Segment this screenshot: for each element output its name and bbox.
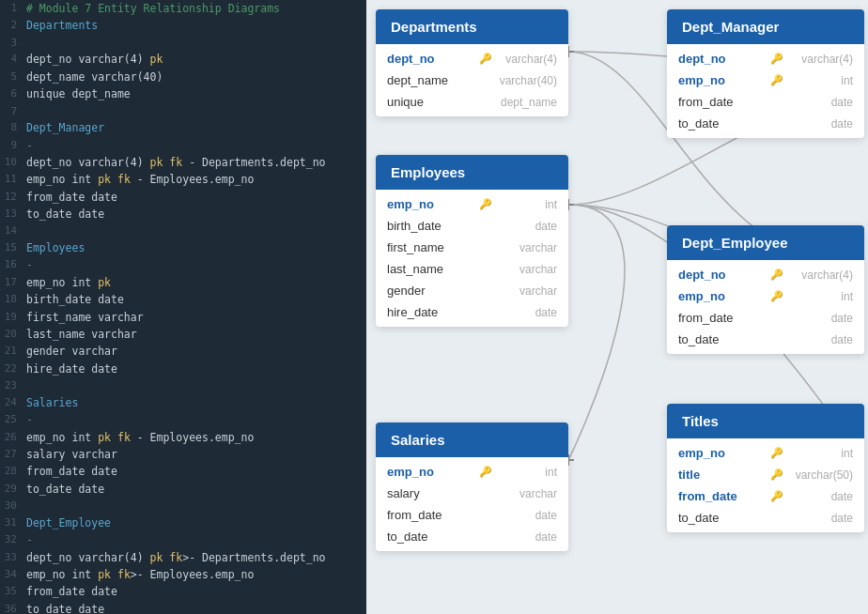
dept-employee-row-todate: to_date date — [667, 329, 864, 350]
line-number: 29 — [0, 481, 26, 498]
line-text: from_date date — [26, 583, 359, 600]
dept-manager-row-deptno: dept_no 🔑 varchar(4) — [667, 48, 864, 69]
line-number: 5 — [0, 69, 26, 85]
departments-header: Departments — [376, 9, 568, 44]
line-text: - — [26, 256, 359, 273]
erd-diagram: Departments dept_no 🔑 varchar(4) dept_na… — [366, 0, 868, 614]
key-icon: 🔑 — [770, 269, 783, 281]
code-line-16: 16- — [0, 256, 366, 273]
dept-employee-header: Dept_Employee — [667, 225, 864, 260]
line-text: Dept_Manager — [26, 119, 359, 136]
employees-header: Employees — [376, 155, 568, 190]
code-line-21: 21gender varchar — [0, 343, 366, 360]
employees-row-empno: emp_no 🔑 int — [376, 193, 568, 215]
line-number: 28 — [0, 463, 26, 480]
dept-manager-header: Dept_Manager — [667, 9, 864, 44]
line-number: 34 — [0, 566, 26, 583]
line-number: 36 — [0, 601, 26, 614]
departments-row-unique: unique dept_name — [376, 91, 568, 113]
key-icon: 🔑 — [770, 447, 783, 459]
code-editor: 1# Module 7 Entity Relationship Diagrams… — [0, 0, 366, 614]
key-icon: 🔑 — [770, 468, 783, 481]
line-number: 27 — [0, 446, 26, 463]
line-text: Salaries — [26, 394, 359, 411]
line-number: 14 — [0, 223, 26, 239]
titles-header: Titles — [667, 404, 864, 438]
employees-row-hiredate: hire_date date — [376, 301, 568, 323]
line-number: 7 — [0, 103, 26, 120]
dept-manager-row-empno: emp_no 🔑 int — [667, 69, 864, 91]
erd-table-departments: Departments dept_no 🔑 varchar(4) dept_na… — [376, 9, 568, 116]
code-line-7: 7 — [0, 103, 366, 120]
line-text: # Module 7 Entity Relationship Diagrams — [26, 0, 359, 17]
salaries-header: Salaries — [376, 422, 568, 457]
code-line-20: 20last_name varchar — [0, 326, 366, 343]
code-line-34: 34emp_no int pk fk>- Employees.emp_no — [0, 566, 366, 583]
salaries-row-salary: salary varchar — [376, 483, 568, 504]
dept-employee-row-deptno: dept_no 🔑 varchar(4) — [667, 264, 864, 285]
employees-row-gender: gender varchar — [376, 280, 568, 301]
code-line-4: 4dept_no varchar(4) pk — [0, 51, 366, 68]
code-line-36: 36to_date date — [0, 601, 366, 614]
code-line-33: 33dept_no varchar(4) pk fk>- Departments… — [0, 549, 366, 566]
line-number: 4 — [0, 51, 26, 68]
line-number: 12 — [0, 189, 26, 206]
employees-row-lastname: last_name varchar — [376, 258, 568, 280]
code-line-2: 2Departments — [0, 17, 366, 34]
line-number: 33 — [0, 549, 26, 566]
line-number: 21 — [0, 343, 26, 360]
key-icon: 🔑 — [770, 74, 783, 86]
code-line-18: 18birth_date date — [0, 291, 366, 308]
titles-row-fromdate: from_date 🔑 date — [667, 485, 864, 507]
line-number: 23 — [0, 377, 26, 394]
line-text: emp_no int pk fk - Employees.emp_no — [26, 429, 359, 446]
key-icon: 🔑 — [479, 466, 492, 478]
code-line-8: 8Dept_Manager — [0, 119, 366, 136]
departments-row-deptname: dept_name varchar(40) — [376, 69, 568, 91]
line-text: dept_no varchar(4) pk fk>- Departments.d… — [26, 549, 359, 566]
line-number: 20 — [0, 326, 26, 343]
line-number: 13 — [0, 206, 26, 223]
code-line-29: 29to_date date — [0, 481, 366, 498]
line-text: to_date date — [26, 601, 359, 614]
line-text: birth_date date — [26, 291, 359, 308]
salaries-row-todate: to_date date — [376, 526, 568, 547]
dept-employee-row-empno: emp_no 🔑 int — [667, 285, 864, 307]
code-line-6: 6unique dept_name — [0, 85, 366, 102]
line-number: 18 — [0, 291, 26, 308]
line-text: salary varchar — [26, 446, 359, 463]
titles-row-todate: to_date date — [667, 507, 864, 529]
code-line-13: 13to_date date — [0, 206, 366, 223]
line-text: emp_no int pk — [26, 274, 359, 291]
erd-table-titles: Titles emp_no 🔑 int title 🔑 varchar(50) … — [667, 404, 864, 532]
code-line-32: 32- — [0, 531, 366, 548]
code-line-22: 22hire_date date — [0, 361, 366, 377]
dept-manager-row-fromdate: from_date date — [667, 91, 864, 113]
key-icon: 🔑 — [479, 198, 492, 210]
line-number: 31 — [0, 514, 26, 531]
line-number: 15 — [0, 239, 26, 256]
line-text: dept_name varchar(40) — [26, 69, 359, 85]
code-line-17: 17emp_no int pk — [0, 274, 366, 291]
code-line-26: 26emp_no int pk fk - Employees.emp_no — [0, 429, 366, 446]
line-text: dept_no varchar(4) pk fk - Departments.d… — [26, 154, 359, 171]
dept-manager-row-todate: to_date date — [667, 113, 864, 134]
line-text: Dept_Employee — [26, 514, 359, 531]
key-icon: 🔑 — [770, 53, 783, 65]
line-number: 10 — [0, 154, 26, 171]
code-line-31: 31Dept_Employee — [0, 514, 366, 531]
code-line-27: 27salary varchar — [0, 446, 366, 463]
line-number: 19 — [0, 309, 26, 326]
employees-row-firstname: first_name varchar — [376, 237, 568, 258]
titles-row-empno: emp_no 🔑 int — [667, 442, 864, 464]
code-line-3: 3 — [0, 35, 366, 52]
code-line-5: 5dept_name varchar(40) — [0, 69, 366, 85]
code-line-25: 25- — [0, 411, 366, 428]
line-text: from_date date — [26, 189, 359, 206]
line-text: - — [26, 411, 359, 428]
line-text: Employees — [26, 239, 359, 256]
code-line-14: 14 — [0, 223, 366, 239]
line-text — [26, 35, 359, 52]
line-text: unique dept_name — [26, 85, 359, 102]
code-line-30: 30 — [0, 498, 366, 514]
